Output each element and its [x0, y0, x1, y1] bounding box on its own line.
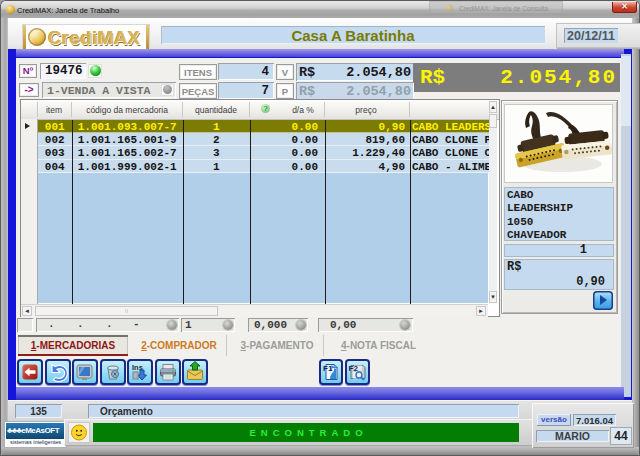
- svg-text:F1: F1: [323, 364, 333, 373]
- svg-text:F2: F2: [349, 364, 359, 373]
